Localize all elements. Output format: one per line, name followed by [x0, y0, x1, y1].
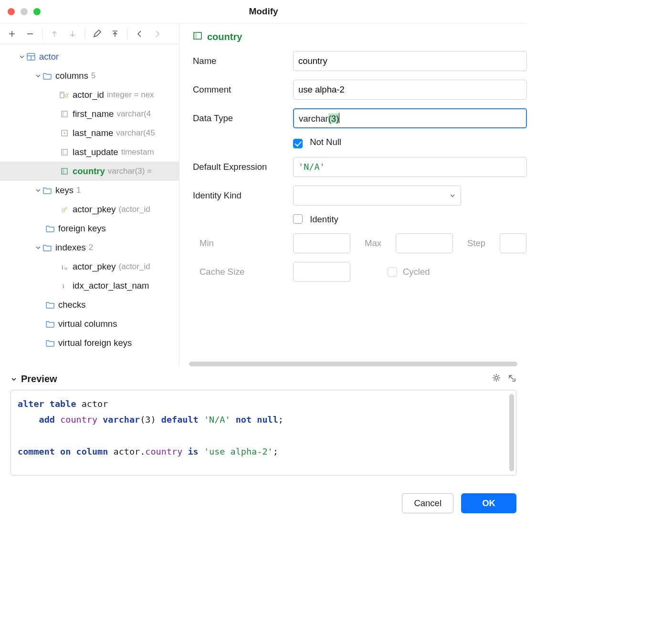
preview-section: Preview alter table actor add country va… — [0, 366, 527, 476]
tree-column-item[interactable]: last_name varchar(45 — [0, 124, 179, 143]
label-default: Default Expression — [193, 162, 293, 172]
tree-foreign-keys-node[interactable]: foreign keys — [0, 219, 179, 238]
svg-text:U: U — [64, 266, 67, 270]
column-icon — [59, 147, 70, 157]
tree-index-item[interactable]: i idx_actor_last_nam — [0, 276, 179, 295]
table-icon — [26, 52, 36, 62]
sql-preview[interactable]: alter table actor add country varchar(3)… — [11, 390, 516, 476]
svg-text:i: i — [63, 282, 64, 290]
label-datatype: Data Type — [193, 113, 293, 124]
structure-tree[interactable]: actor columns 5 actor_id integer = nex f… — [0, 44, 179, 366]
back-button[interactable] — [131, 27, 147, 41]
cycled-checkbox[interactable] — [388, 267, 397, 277]
gear-icon[interactable] — [492, 373, 501, 385]
label-identity: Identity — [310, 214, 338, 224]
tree-indexes-node[interactable]: indexes 2 — [0, 238, 179, 257]
chevron-down-icon[interactable] — [11, 376, 17, 383]
tree-column-item[interactable]: actor_id integer = nex — [0, 85, 179, 104]
move-down-button[interactable] — [64, 27, 81, 41]
new-column-icon — [59, 166, 70, 176]
folder-icon — [45, 300, 55, 310]
identity-row[interactable]: Identity — [293, 214, 527, 225]
popout-icon[interactable] — [507, 373, 516, 385]
identity-kind-select[interactable] — [293, 186, 461, 206]
edit-button[interactable] — [89, 27, 105, 41]
export-up-button[interactable] — [107, 27, 123, 41]
chevron-down-icon — [34, 73, 42, 79]
svg-rect-11 — [63, 150, 64, 155]
label-notnull: Not Null — [310, 137, 341, 147]
folder-icon — [42, 186, 53, 195]
svg-point-9 — [63, 132, 65, 134]
tree-columns-node[interactable]: columns 5 — [0, 66, 179, 85]
titlebar: Modify — [0, 0, 527, 23]
table-name: actor — [39, 52, 59, 62]
move-up-button[interactable] — [46, 27, 63, 41]
tree-toolbar — [0, 23, 179, 44]
svg-text:i: i — [62, 263, 63, 270]
svg-rect-19 — [195, 33, 197, 38]
label-comment: Comment — [193, 84, 293, 95]
label-name: Name — [193, 56, 293, 66]
datatype-input[interactable] — [293, 108, 527, 128]
folder-icon — [45, 224, 55, 233]
form-column-name: country — [207, 31, 242, 42]
add-button[interactable] — [4, 27, 20, 41]
dialog-footer: Cancel OK — [402, 493, 516, 513]
tree-checks-node[interactable]: checks — [0, 295, 179, 314]
svg-rect-13 — [63, 169, 64, 174]
max-input[interactable] — [396, 233, 453, 253]
tree-key-item[interactable]: actor_pkey (actor_id — [0, 200, 179, 219]
comment-input[interactable] — [293, 80, 527, 100]
unique-index-icon: iU — [59, 262, 70, 271]
tree-vcols-node[interactable]: virtual columns — [0, 314, 179, 333]
column-form-pane: country Name Comment Data Type varchar(3… — [179, 23, 527, 366]
vertical-scrollbar[interactable] — [509, 394, 514, 471]
preview-title: Preview — [21, 374, 57, 384]
label-max: Max — [365, 238, 381, 249]
column-icon — [193, 31, 202, 42]
tree-table-node[interactable]: actor — [0, 47, 179, 66]
label-cycled: Cycled — [403, 267, 430, 277]
label-cachesize: Cache Size — [193, 267, 293, 277]
notnull-checkbox[interactable] — [293, 139, 303, 148]
cachesize-input[interactable] — [293, 262, 350, 282]
folder-icon — [45, 338, 55, 348]
label-min: Min — [193, 238, 293, 249]
notnull-row[interactable]: Not Null — [293, 137, 527, 148]
folder-icon — [42, 71, 53, 81]
step-input[interactable] — [500, 233, 526, 253]
svg-rect-7 — [63, 112, 64, 116]
tree-index-item[interactable]: iU actor_pkey (actor_id — [0, 257, 179, 276]
default-expression-input[interactable] — [293, 157, 527, 177]
tree-keys-node[interactable]: keys 1 — [0, 181, 179, 200]
ok-button[interactable]: OK — [461, 493, 516, 513]
tree-column-item-selected[interactable]: country varchar(3) = — [0, 162, 179, 181]
svg-rect-4 — [61, 93, 63, 94]
chevron-down-icon — [34, 187, 42, 193]
label-identity-kind: Identity Kind — [193, 190, 293, 201]
horizontal-scrollbar[interactable] — [189, 362, 517, 366]
min-input[interactable] — [293, 233, 350, 253]
folder-icon — [42, 243, 53, 252]
remove-button[interactable] — [22, 27, 38, 41]
structure-tree-pane: actor columns 5 actor_id integer = nex f… — [0, 23, 179, 366]
form-header: country — [193, 28, 527, 45]
indexed-column-icon — [59, 128, 70, 138]
cancel-button[interactable]: Cancel — [402, 493, 453, 513]
tree-vfkeys-node[interactable]: virtual foreign keys — [0, 333, 179, 353]
window-title: Modify — [0, 6, 527, 17]
chevron-down-icon — [34, 245, 42, 250]
chevron-down-icon — [18, 54, 26, 60]
forward-button[interactable] — [149, 27, 166, 41]
chevron-down-icon — [449, 192, 456, 199]
index-icon: i — [59, 281, 70, 291]
tree-column-item[interactable]: first_name varchar(4 — [0, 104, 179, 124]
identity-checkbox[interactable] — [293, 214, 303, 224]
folder-icon — [45, 319, 55, 329]
name-input[interactable] — [293, 51, 527, 71]
key-icon — [59, 205, 70, 214]
column-icon — [59, 109, 70, 119]
tree-column-item[interactable]: last_update timestam — [0, 143, 179, 162]
label-step: Step — [467, 238, 485, 249]
